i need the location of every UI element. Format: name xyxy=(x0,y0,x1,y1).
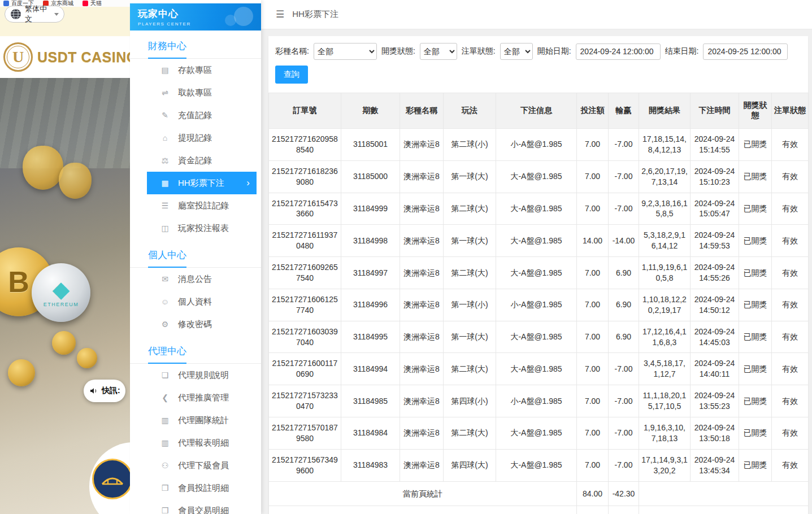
cell-bet-info: 大-A盤@1.985 xyxy=(496,353,577,385)
sidebar-item[interactable]: ⚙修改密碼 xyxy=(130,313,261,336)
cell-lottery-name: 澳洲幸运8 xyxy=(400,449,444,481)
money-bag-decoration xyxy=(59,163,92,199)
cell-draw-status: 已開獎 xyxy=(739,225,772,257)
agent-team-icon: ▥ xyxy=(159,416,171,425)
sidebar-item[interactable]: ☰廳室投註記錄 xyxy=(130,194,261,217)
cell-order-status: 有效 xyxy=(772,417,809,450)
cell-period: 31184997 xyxy=(341,257,400,289)
cell-bet-amount: 7.00 xyxy=(577,129,609,161)
order-status-filter-label: 注單狀態: xyxy=(462,46,496,56)
cell-lottery-name: 澳洲幸运8 xyxy=(400,321,444,353)
start-date-input[interactable] xyxy=(576,43,661,60)
cell-bet-time: 2024-09-24 14:50:12 xyxy=(691,289,739,321)
sidebar-item-label: 資金記錄 xyxy=(178,155,212,166)
bet-row: 215217271620958854031185001澳洲幸运8第二球(小)小-… xyxy=(269,129,809,161)
sidebar-item-label: 代理推廣管理 xyxy=(178,393,229,403)
sidebar-header: 玩家中心 PLAYERS CENTER xyxy=(130,3,261,31)
sidebar-section-title: 財務中心 xyxy=(130,40,261,59)
cell-order-status: 有效 xyxy=(772,289,809,321)
cell-bet-info: 小-A盤@1.985 xyxy=(496,129,577,161)
gold-coin-decoration xyxy=(52,331,76,355)
sidebar-item[interactable]: ✉消息公告 xyxy=(130,268,261,290)
withdraw-icon: ⇌ xyxy=(159,88,171,97)
sidebar-item[interactable]: ❒會員交易明細 xyxy=(130,499,261,514)
sidebar-item-label: 會員交易明細 xyxy=(178,506,229,514)
col-header-bet-info: 下注信息 xyxy=(496,93,577,129)
sidebar-item[interactable]: ▥代理報表明細 xyxy=(130,432,261,454)
sidebar-item-label: 消息公告 xyxy=(178,274,212,285)
cell-lottery-name: 澳洲幸运8 xyxy=(400,353,444,385)
order-status-select[interactable]: 全部 xyxy=(500,43,533,60)
cell-period: 31184983 xyxy=(341,449,400,481)
sidebar-item[interactable]: ▦HH彩票下注 xyxy=(147,172,257,194)
sidebar-item-label: 廳室投註記錄 xyxy=(178,201,229,211)
cell-play-type: 第一球(大) xyxy=(444,321,496,353)
team-logo-icon xyxy=(92,459,130,499)
cell-period: 31184995 xyxy=(341,321,400,353)
sidebar-item[interactable]: ☺個人資料 xyxy=(130,290,261,313)
money-bag-decoration xyxy=(23,146,63,190)
sidebar-item[interactable]: ◫玩家投注報表 xyxy=(130,217,261,239)
sidebar-item[interactable]: ⚖資金記錄 xyxy=(130,149,261,172)
agent-promo-icon: ❮ xyxy=(159,393,171,402)
hero-background: B ◆ ETHEREUM 快訊: xyxy=(0,78,130,514)
col-header-win-loss: 輸赢 xyxy=(609,93,639,129)
cell-bet-info: 小-A盤@1.985 xyxy=(496,385,577,417)
agent-rules-icon: ❏ xyxy=(159,371,171,380)
cell-win-loss: 6.90 xyxy=(609,257,639,289)
funds-record-icon: ⚖ xyxy=(159,156,171,165)
floating-widget[interactable] xyxy=(89,442,130,514)
speaker-icon xyxy=(89,386,98,395)
sidebar-item-label: 修改密碼 xyxy=(178,319,212,330)
cell-bet-info: 大-A盤@1.985 xyxy=(496,225,577,257)
cell-order-no: 2152172716030397040 xyxy=(269,321,341,353)
sidebar-item[interactable]: ✎充值記錄 xyxy=(130,104,261,127)
cell-order-status: 有效 xyxy=(772,257,809,289)
sidebar-section-title: 個人中心 xyxy=(130,249,261,268)
lottery-select[interactable]: 全部 xyxy=(314,43,377,60)
deposit-icon: ▤ xyxy=(159,66,171,75)
sidebar-item[interactable]: ❮代理推廣管理 xyxy=(130,386,261,409)
password-icon: ⚙ xyxy=(159,320,171,329)
cell-draw-status: 已開獎 xyxy=(739,129,772,161)
sidebar-item[interactable]: ❏代理規則說明 xyxy=(130,364,261,386)
col-header-draw-status: 開獎狀態 xyxy=(739,93,772,129)
cell-order-status: 有效 xyxy=(772,353,809,385)
end-date-input[interactable] xyxy=(703,43,788,60)
sidebar-item[interactable]: ▥代理團隊統計 xyxy=(130,409,261,432)
cell-win-loss: 6.90 xyxy=(609,289,639,321)
cell-bet-info: 大-A盤@1.985 xyxy=(496,257,577,289)
ethereum-coin: ◆ ETHEREUM xyxy=(32,263,90,322)
sidebar-item-label: 充值記錄 xyxy=(178,110,212,121)
sidebar-item[interactable]: ❒會員投註明細 xyxy=(130,477,261,499)
draw-status-select[interactable]: 全部 xyxy=(420,43,457,60)
sidebar-item[interactable]: ▤存款專區 xyxy=(130,59,261,81)
lottery-filter-label: 彩種名稱: xyxy=(275,46,309,56)
cell-period: 31185001 xyxy=(341,129,400,161)
cell-order-no: 2152172716209588540 xyxy=(269,129,341,161)
chevron-down-icon xyxy=(54,13,59,16)
hamburger-menu-icon[interactable]: ☰ xyxy=(276,8,284,20)
language-selector[interactable]: 繁体中文 xyxy=(5,6,64,23)
bet-row: 215217271606125774031184996澳洲幸运8第一球(小)小-… xyxy=(269,289,809,321)
button-row: 查詢 xyxy=(268,60,808,90)
language-label: 繁体中文 xyxy=(25,4,50,24)
sidebar-item[interactable]: ⚇代理下級會員 xyxy=(130,454,261,477)
cell-bet-amount: 7.00 xyxy=(577,353,609,385)
brand-name: USDT CASINO xyxy=(37,49,138,66)
page-title: HH彩票下注 xyxy=(292,9,338,20)
sidebar-item[interactable]: ⇌取款專區 xyxy=(130,81,261,104)
col-header-order-status: 注單狀態 xyxy=(772,93,809,129)
summary-label: 當前頁統計 xyxy=(269,481,577,506)
query-button[interactable]: 查詢 xyxy=(275,66,308,84)
cell-win-loss: 6.90 xyxy=(609,321,639,353)
cell-lottery-name: 澳洲幸运8 xyxy=(400,385,444,417)
cell-period: 31185000 xyxy=(341,160,400,193)
cell-play-type: 第二球(大) xyxy=(444,257,496,289)
bookmark-item[interactable]: 天猫 xyxy=(82,0,102,7)
sidebar-item[interactable]: ⌂提現記錄 xyxy=(130,127,261,149)
col-header-lottery-name: 彩種名稱 xyxy=(400,93,444,129)
cell-bet-time: 2024-09-24 15:14:55 xyxy=(691,129,739,161)
cell-order-no: 2152172716154733660 xyxy=(269,193,341,225)
cell-bet-amount: 14.00 xyxy=(577,225,609,257)
